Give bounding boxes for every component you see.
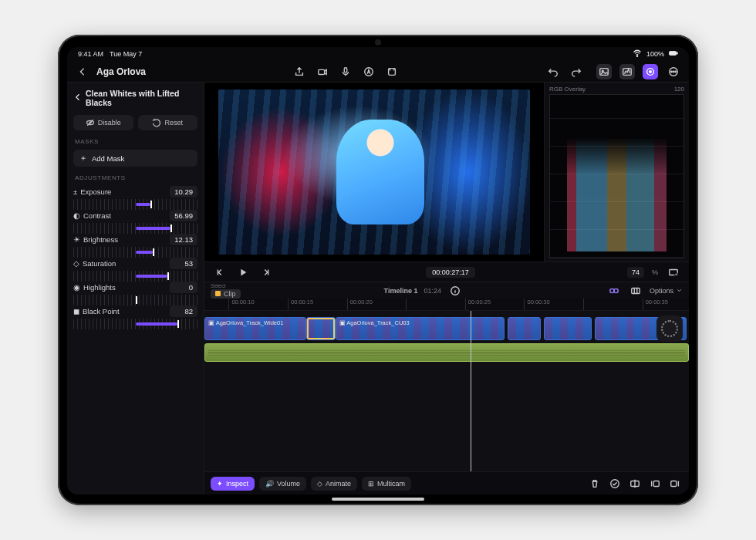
volume-tab[interactable]: 🔊Volume — [259, 477, 306, 491]
transport-bar: 00:00:27:17 74 % — [204, 262, 689, 282]
svg-rect-3 — [319, 69, 325, 74]
adjustment-label: Highlights — [83, 283, 116, 292]
audio-clip[interactable] — [204, 343, 689, 362]
clip-chip[interactable]: Clip — [211, 289, 241, 299]
multicam-tab[interactable]: ⊞Multicam — [362, 477, 411, 491]
video-clip[interactable] — [544, 317, 592, 340]
adjustment-icon: ◇ — [73, 259, 79, 268]
scope-label: RGB Overlay — [549, 86, 586, 93]
ruler-tick: 00:00:25 — [465, 299, 491, 310]
adjustment-value[interactable]: 56.99 — [170, 210, 197, 221]
adjustment-icon: ± — [73, 187, 77, 196]
prev-frame-button[interactable] — [212, 265, 228, 280]
timeline-ruler[interactable]: 00:00:1000:00:1500:00:2000:00:2500:00:30… — [204, 299, 689, 311]
scope-max: 120 — [674, 86, 684, 93]
project-title: Aga Orlova — [96, 66, 146, 77]
options-button[interactable]: Options — [650, 287, 683, 295]
status-bar: 9:41 AM Tue May 7 100% — [67, 47, 689, 61]
voiceover-icon[interactable] — [338, 64, 353, 79]
playhead[interactable] — [471, 311, 471, 471]
animate-tab[interactable]: ◇Animate — [311, 477, 357, 491]
adjustment-contrast: ◐Contrast56.99 — [73, 210, 197, 234]
split-icon[interactable] — [627, 476, 643, 491]
undo-icon[interactable] — [545, 64, 561, 79]
audio-track — [204, 343, 689, 362]
adjustment-value[interactable]: 12.13 — [170, 234, 197, 245]
video-clip[interactable]: ▣ AgaOrlova_Track_CU03 — [336, 317, 505, 340]
timeline-name: Timeline 1 — [384, 287, 418, 295]
delete-icon[interactable] — [587, 476, 602, 491]
video-clip[interactable]: ▣ AgaOrlova_Track_Wide01 — [204, 317, 306, 340]
svg-point-14 — [673, 71, 674, 73]
svg-rect-1 — [670, 52, 677, 56]
svg-rect-2 — [677, 52, 677, 54]
photo-browser-icon[interactable] — [596, 64, 612, 79]
ruler-tick: 00:00:35 — [643, 299, 668, 310]
select-mode-label: Select — [211, 283, 241, 289]
more-icon[interactable] — [666, 64, 681, 79]
trim-end-icon[interactable] — [667, 476, 683, 491]
timeline-header: Select Clip Timeline 1 01:24 Options — [204, 282, 689, 299]
svg-point-15 — [675, 71, 677, 73]
inspect-tab[interactable]: ✦Inspect — [211, 477, 255, 491]
video-viewer[interactable] — [204, 83, 544, 262]
adjustment-slider[interactable] — [73, 199, 197, 210]
adjustment-value[interactable]: 10.29 — [170, 186, 197, 197]
media-icon[interactable] — [384, 64, 400, 79]
adjustment-black-point: ◼Black Point82 — [73, 305, 197, 329]
status-time: 9:41 AM — [78, 50, 103, 58]
battery-icon — [669, 49, 678, 59]
adjustment-slider[interactable] — [73, 247, 197, 258]
scopes-icon[interactable] — [619, 64, 635, 79]
ruler-tick: 00:00:10 — [228, 299, 254, 310]
adjustment-value[interactable]: 0 — [170, 282, 197, 293]
adjustment-slider[interactable] — [73, 271, 197, 282]
magnetic-icon[interactable] — [606, 283, 622, 299]
svg-rect-23 — [632, 288, 640, 293]
inspector-back-button[interactable] — [73, 93, 83, 103]
svg-point-11 — [650, 70, 652, 73]
text-icon[interactable] — [361, 64, 376, 79]
enable-icon[interactable] — [607, 476, 623, 491]
adjustment-label: Contrast — [83, 211, 111, 220]
video-clip[interactable] — [306, 317, 336, 340]
svg-point-0 — [636, 56, 637, 56]
effect-title: Clean Whites with Lifted Blacks — [86, 89, 197, 107]
add-mask-button[interactable]: ＋ Add Mask — [73, 150, 197, 167]
svg-point-21 — [610, 289, 614, 292]
video-clip[interactable] — [508, 317, 542, 340]
inspector-toggle-icon[interactable] — [643, 64, 658, 79]
timeline[interactable]: ▣ AgaOrlova_Track_Wide01▣ AgaOrlova_Trac… — [204, 311, 689, 471]
scopes-panel: RGB Overlay 120 — [544, 83, 689, 262]
back-button[interactable] — [75, 64, 90, 79]
snapping-icon[interactable] — [628, 283, 643, 299]
camera-icon[interactable] — [315, 64, 330, 79]
trim-start-icon[interactable] — [647, 476, 663, 491]
svg-point-13 — [671, 71, 673, 73]
adjustment-saturation: ◇Saturation53 — [73, 258, 197, 282]
timeline-info-icon[interactable] — [447, 283, 463, 299]
display-options-icon[interactable] — [666, 265, 681, 280]
reset-button[interactable]: Reset — [138, 115, 198, 130]
timecode-display[interactable]: 00:00:27:17 — [426, 267, 475, 278]
jog-wheel[interactable] — [656, 316, 683, 342]
redo-icon[interactable] — [569, 64, 584, 79]
adjustment-slider[interactable] — [73, 295, 197, 305]
play-button[interactable] — [235, 265, 251, 280]
next-frame-button[interactable] — [258, 265, 274, 280]
rgb-waveform-scope[interactable] — [549, 94, 684, 258]
svg-point-22 — [614, 289, 618, 292]
adjustment-slider[interactable] — [73, 223, 197, 234]
adjustment-value[interactable]: 53 — [170, 258, 197, 269]
adjustment-slider[interactable] — [73, 319, 197, 329]
disable-button[interactable]: Disable — [73, 115, 133, 130]
ruler-tick: 00:00:30 — [524, 299, 549, 310]
masks-section-label: MASKS — [73, 135, 197, 145]
svg-rect-4 — [344, 67, 347, 72]
svg-point-19 — [675, 272, 678, 275]
share-icon[interactable] — [292, 64, 307, 79]
zoom-value[interactable]: 74 — [627, 267, 644, 278]
adjustment-label: Saturation — [83, 259, 116, 268]
adjustment-value[interactable]: 82 — [170, 305, 197, 317]
timeline-duration: 01:24 — [424, 287, 441, 295]
